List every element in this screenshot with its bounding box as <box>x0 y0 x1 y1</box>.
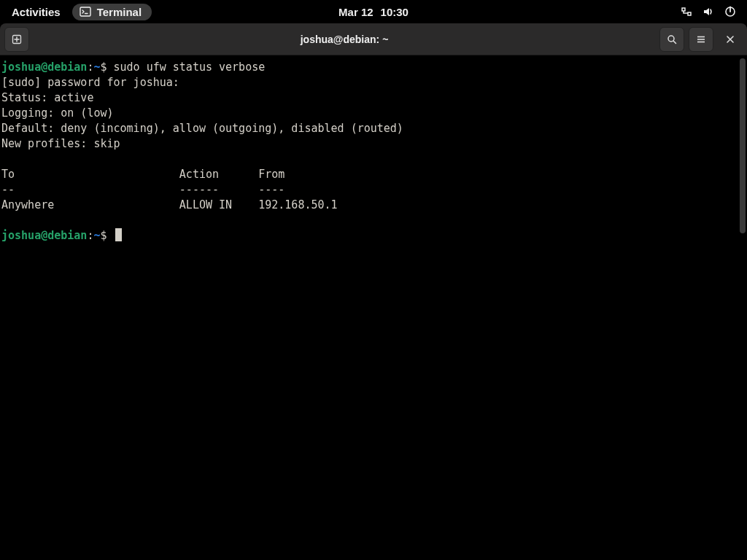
output-line: Status: active <box>1 91 93 104</box>
prompt-at: @ <box>41 229 47 242</box>
activities-button[interactable]: Activities <box>6 4 66 20</box>
cursor-icon <box>115 228 122 241</box>
new-tab-button[interactable] <box>4 27 29 52</box>
prompt-dollar: $ <box>100 61 107 74</box>
prompt-host: debian <box>47 229 87 242</box>
search-button[interactable] <box>659 27 684 52</box>
network-icon[interactable] <box>680 5 693 18</box>
terminal-content[interactable]: joshua@debian:~$ sudo ufw status verbose… <box>0 55 747 244</box>
output-line: Anywhere ALLOW IN 192.168.50.1 <box>1 198 430 211</box>
hamburger-menu-button[interactable] <box>689 27 713 52</box>
topbar-date: Mar 12 <box>338 6 374 18</box>
terminal-window: joshua@debian: ~ joshua@debian:~$ sudo u… <box>0 23 747 560</box>
scrollbar-thumb[interactable] <box>740 58 746 233</box>
prompt-dollar: $ <box>100 229 107 242</box>
svg-line-8 <box>673 41 676 44</box>
gnome-topbar: Activities Terminal Mar 12 10:30 <box>0 0 747 23</box>
output-line: To Action From <box>1 168 285 181</box>
command-text: sudo ufw status verbose <box>114 61 266 74</box>
terminal-app-icon <box>80 6 91 18</box>
app-menu-button[interactable]: Terminal <box>72 4 152 20</box>
output-line: [sudo] password for joshua: <box>1 76 186 89</box>
prompt-user: joshua <box>1 61 41 74</box>
power-icon[interactable] <box>724 5 737 18</box>
prompt-user: joshua <box>1 229 41 242</box>
app-menu-label: Terminal <box>97 6 142 18</box>
output-line: Logging: on (low) <box>1 106 114 120</box>
svg-rect-0 <box>80 7 90 16</box>
prompt-host: debian <box>47 61 87 74</box>
output-line: -- ------ ---- <box>1 183 285 196</box>
clock-button[interactable]: Mar 12 10:30 <box>338 6 409 18</box>
volume-icon[interactable] <box>702 5 715 18</box>
window-title: joshua@debian: ~ <box>34 34 655 45</box>
terminal-viewport[interactable]: joshua@debian:~$ sudo ufw status verbose… <box>0 55 747 560</box>
close-window-button[interactable] <box>718 27 743 52</box>
topbar-time: 10:30 <box>381 6 409 18</box>
output-line: Default: deny (incoming), allow (outgoin… <box>1 122 403 135</box>
system-tray[interactable] <box>680 5 741 18</box>
output-line: New profiles: skip <box>1 137 120 150</box>
topbar-left: Activities Terminal <box>6 4 152 20</box>
window-titlebar: joshua@debian: ~ <box>0 23 747 55</box>
prompt-at: @ <box>41 61 47 74</box>
